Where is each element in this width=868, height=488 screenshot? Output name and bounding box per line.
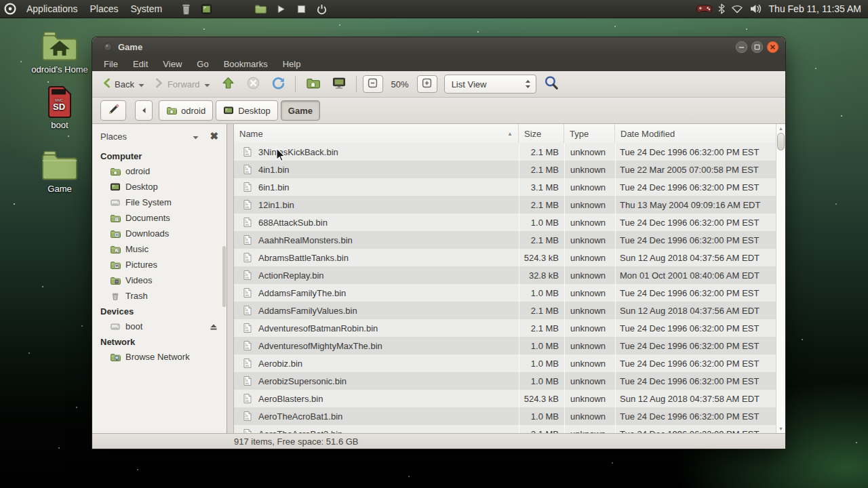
up-button[interactable] — [216, 73, 240, 95]
menu-view[interactable]: View — [155, 58, 189, 70]
file-row[interactable]: 110101AeroTheAcroBat1.bin1.0 MBunknownTu… — [234, 407, 776, 425]
list-scroll-thumb[interactable] — [777, 133, 785, 150]
file-row[interactable]: 110101ActionReplay.bin32.8 kBunknownMon … — [234, 266, 776, 284]
back-button[interactable]: Back — [98, 75, 149, 94]
sidebar-item-music[interactable]: ♪Music — [92, 241, 226, 257]
sidebar-close-icon[interactable]: ✖ — [199, 130, 218, 142]
menu-edit[interactable]: Edit — [125, 58, 155, 70]
breadcrumb-scroll-left-button[interactable] — [135, 100, 153, 121]
file-row[interactable]: 110101AeroTheAcroBat2.bin2.1 MBunknownTu… — [234, 425, 776, 433]
view-mode-select[interactable]: List View — [444, 75, 536, 94]
status-volume-icon[interactable] — [749, 3, 763, 14]
pane-splitter[interactable] — [227, 124, 234, 433]
status-bluetooth-icon[interactable] — [718, 3, 725, 14]
breadcrumb-odroid[interactable]: odroid — [159, 100, 213, 121]
status-wifi-icon[interactable] — [731, 4, 743, 14]
breadcrumb-desktop[interactable]: Desktop — [216, 100, 278, 121]
file-row[interactable]: 1101013NinjasKickBack.bin2.1 MBunknownTu… — [234, 143, 776, 161]
search-button[interactable] — [543, 75, 560, 94]
launcher-stop-icon[interactable] — [293, 1, 309, 17]
file-row[interactable]: 110101AaahhRealMonsters.bin2.1 MBunknown… — [234, 231, 776, 249]
file-row[interactable]: 110101AddamsFamilyValues.bin2.1 MBunknow… — [234, 302, 776, 319]
launcher-trash-icon[interactable] — [178, 1, 194, 17]
file-row[interactable]: 110101AerobizSupersonic.bin1.0 MBunknown… — [234, 372, 776, 390]
launcher-power-icon[interactable] — [313, 1, 330, 17]
desktop-icon-game[interactable]: Game — [16, 148, 103, 194]
sidebar-scroll-thumb[interactable] — [222, 246, 226, 307]
column-header-label: Size — [524, 129, 541, 139]
sidebar-mode-select[interactable]: Places — [100, 131, 193, 142]
desktop-icon-odroid-s-home[interactable]: odroid's Home — [16, 28, 103, 75]
file-row[interactable]: 110101Aerobiz.bin1.0 MBunknownTue 24 Dec… — [234, 354, 776, 372]
back-dropdown-icon[interactable] — [138, 79, 144, 89]
file-row[interactable]: 110101AeroBlasters.bin524.3 kBunknownSun… — [234, 390, 776, 407]
file-row[interactable]: 1101014in1.bin2.1 MBunknownTue 22 Mar 20… — [234, 161, 776, 178]
close-button[interactable] — [766, 41, 779, 54]
sidebar-item-browse-network[interactable]: Browse Network — [92, 349, 226, 365]
file-size: 2.1 MB — [519, 196, 564, 214]
file-row[interactable]: 110101AdventuresofBatmanRobin.bin2.1 MBu… — [234, 319, 776, 337]
forward-dropdown-icon[interactable] — [204, 79, 210, 89]
refresh-button[interactable] — [267, 73, 290, 95]
stop-button[interactable] — [241, 73, 265, 95]
file-row[interactable]: 110101AbramsBattleTanks.bin524.3 kBunkno… — [234, 249, 776, 266]
launcher-play-icon[interactable] — [273, 1, 289, 17]
menu-bookmarks[interactable]: Bookmarks — [216, 58, 275, 70]
file-row[interactable]: 110101AdventuresofMightyMaxThe.bin1.0 MB… — [234, 337, 776, 354]
sidebar-item-pictures[interactable]: Pictures — [92, 257, 226, 272]
scroll-up-icon[interactable]: ▲ — [776, 126, 785, 131]
panel-menu-applications[interactable]: Applications — [20, 1, 84, 16]
chevron-down-icon[interactable] — [193, 131, 199, 142]
window-content: Places ✖ ComputerodroidDesktopFile Syste… — [92, 124, 785, 433]
sidebar-item-documents[interactable]: Documents — [92, 210, 226, 226]
panel-menu-places[interactable]: Places — [84, 1, 125, 16]
panel-menu-system[interactable]: System — [125, 1, 169, 16]
file-manager-window: Game FileEditViewGoBookmarksHelp Back Fo… — [92, 37, 785, 449]
file-row[interactable]: 110101688AttackSub.bin1.0 MBunknownTue 2… — [234, 214, 776, 231]
column-header-type[interactable]: Type — [564, 124, 615, 143]
minimize-button[interactable] — [735, 41, 748, 54]
file-row[interactable]: 110101AddamsFamilyThe.bin1.0 MBunknownTu… — [234, 284, 776, 302]
sidebar-item-trash[interactable]: Trash — [92, 288, 226, 304]
eject-icon[interactable] — [209, 322, 218, 331]
column-header-name[interactable]: Name▲ — [234, 124, 519, 143]
file-type: unknown — [564, 302, 615, 319]
mate-menu-icon[interactable] — [4, 3, 16, 15]
launcher-folder-icon[interactable] — [252, 1, 269, 17]
launcher-screen-icon[interactable] — [198, 1, 214, 17]
column-header-size[interactable]: Size — [519, 124, 564, 143]
menu-file[interactable]: File — [96, 58, 125, 70]
list-scrollbar[interactable]: ▲ ▼ — [776, 124, 785, 433]
file-name-cell: 110101AaahhRealMonsters.bin — [234, 231, 519, 249]
sidebar-item-desktop[interactable]: Desktop — [92, 179, 226, 195]
sidebar-item-odroid[interactable]: odroid — [92, 163, 226, 179]
menu-help[interactable]: Help — [275, 58, 309, 70]
column-header-date-modified[interactable]: Date Modified — [615, 124, 785, 143]
edit-location-button[interactable] — [100, 100, 126, 121]
desktop-icon-boot[interactable]: MMCSDboot — [16, 84, 103, 130]
sidebar-scrollbar[interactable] — [222, 151, 226, 273]
forward-button[interactable]: Forward — [151, 75, 215, 94]
sidebar-item-videos[interactable]: Videos — [92, 272, 226, 288]
sidebar-item-downloads[interactable]: Downloads — [92, 226, 226, 241]
panel-launchers — [178, 1, 330, 17]
titlebar[interactable]: Game — [92, 37, 785, 56]
sidebar-item-boot[interactable]: boot — [92, 319, 226, 334]
file-row[interactable]: 11010112in1.bin2.1 MBunknownThu 13 May 2… — [234, 196, 776, 214]
mouse-cursor — [276, 148, 288, 164]
breadcrumb-game[interactable]: Game — [281, 100, 320, 121]
computer-button[interactable] — [327, 73, 351, 95]
zoom-in-button[interactable] — [417, 75, 437, 93]
home-button[interactable] — [300, 73, 326, 95]
maximize-button[interactable] — [751, 41, 764, 54]
file-date-modified: Tue 24 Dec 1996 06:32:00 PM EST — [615, 178, 776, 196]
panel-clock[interactable]: Thu Feb 11, 11:35 AM — [769, 3, 861, 14]
menu-go[interactable]: Go — [189, 58, 216, 70]
file-type: unknown — [564, 284, 615, 302]
sidebar-item-file-system[interactable]: File System — [92, 195, 226, 210]
zoom-out-button[interactable] — [363, 75, 383, 93]
file-row[interactable]: 1101016in1.bin3.1 MBunknownTue 24 Dec 19… — [234, 178, 776, 196]
file-name-cell: 110101AddamsFamilyThe.bin — [234, 284, 519, 302]
scroll-down-icon[interactable]: ▼ — [776, 426, 785, 431]
status-gamepad-icon[interactable] — [696, 4, 712, 14]
